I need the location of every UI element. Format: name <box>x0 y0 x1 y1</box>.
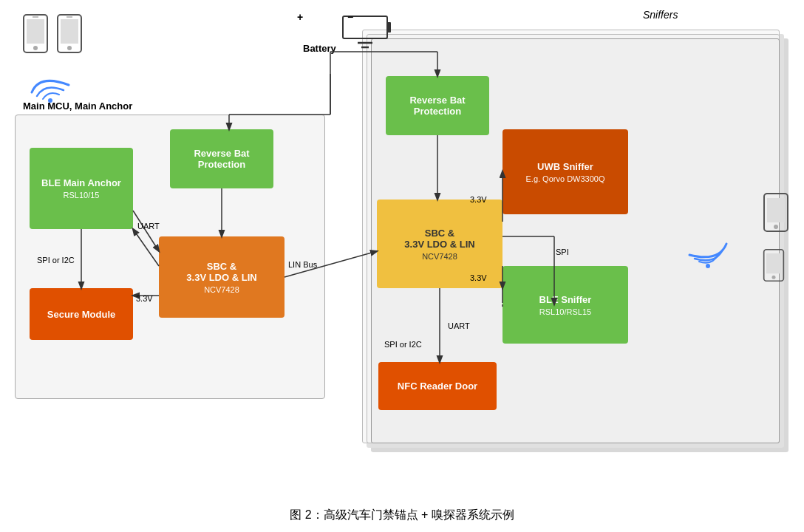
svg-rect-37 <box>766 253 781 274</box>
v33-top-label: 3.3V <box>470 195 487 204</box>
svg-rect-25 <box>27 19 44 44</box>
sbc-ldo-right-subtitle: NCV7428 <box>422 252 457 261</box>
phone-icon-1 <box>22 13 49 54</box>
uwb-sniffer-block: UWB Sniffer E.g. Qorvo DW3300Q <box>502 129 628 214</box>
caption: 图 2：高级汽车门禁锚点 + 嗅探器系统示例 <box>0 508 804 523</box>
svg-point-32 <box>48 98 52 103</box>
svg-rect-34 <box>767 198 785 222</box>
phone-icon-2 <box>56 13 83 54</box>
spi-i2c-right-label: SPI or I2C <box>384 340 422 349</box>
nfc-reader-title: NFC Reader Door <box>398 381 477 392</box>
nfc-reader-block: NFC Reader Door <box>378 362 497 410</box>
battery-plus: + <box>297 11 303 23</box>
reverse-bat-left-title: Reverse Bat Protection <box>174 148 269 170</box>
ble-main-anchor-title: BLE Main Anchor <box>41 177 121 188</box>
spi-i2c-left-label: SPI or I2C <box>37 256 75 265</box>
svg-point-35 <box>774 225 778 229</box>
battery-minus: − <box>347 11 353 23</box>
reverse-bat-left-block: Reverse Bat Protection <box>170 129 273 188</box>
svg-point-38 <box>772 276 776 279</box>
ble-sniffer-title: BLE Sniffer <box>539 294 592 305</box>
battery-label: Battery <box>303 43 336 54</box>
sbc-ldo-left-block: SBC & 3.3V LDO & LIN NCV7428 <box>159 236 285 318</box>
sbc-ldo-left-title: SBC & 3.3V LDO & LIN <box>186 261 256 283</box>
phone-group-right <box>763 192 789 283</box>
lin-bus-label: LIN Bus <box>288 260 317 269</box>
uart-right-label: UART <box>448 321 470 330</box>
sbc-ldo-left-subtitle: NCV7428 <box>204 285 239 294</box>
wifi-left <box>28 66 72 106</box>
v33-bottom-label: 3.3V <box>470 273 487 282</box>
secure-module-title: Secure Module <box>47 309 115 320</box>
ble-sniffer-subtitle: RSL10/RSL15 <box>539 307 591 316</box>
secure-module-block: Secure Module <box>30 288 133 340</box>
phone-icon-right-1 <box>763 192 789 233</box>
v33-left-label: 3.3V <box>136 294 153 303</box>
ble-sniffer-block: BLE Sniffer RSL10/RSL15 <box>502 266 628 344</box>
reverse-bat-right-title: Reverse Bat Protection <box>390 95 485 117</box>
svg-rect-1 <box>387 22 391 33</box>
svg-point-26 <box>33 46 38 50</box>
uwb-sniffer-subtitle: E.g. Qorvo DW3300Q <box>526 174 605 183</box>
sniffers-label: Sniffers <box>643 9 678 21</box>
ble-main-anchor-block: BLE Main Anchor RSL10/15 <box>30 148 133 229</box>
svg-point-30 <box>67 46 72 50</box>
battery-area: + − Battery <box>303 7 391 55</box>
uwb-sniffer-title: UWB Sniffer <box>537 161 593 172</box>
svg-rect-29 <box>61 19 78 44</box>
uart-left-label: UART <box>137 222 160 231</box>
svg-point-39 <box>706 264 710 268</box>
ble-main-anchor-subtitle: RSL10/15 <box>64 191 100 200</box>
phone-group-left <box>22 13 83 54</box>
phone-icon-right-2 <box>763 248 785 283</box>
wifi-right <box>686 229 730 284</box>
sbc-ldo-right-title: SBC & 3.3V LDO & LIN <box>404 228 474 250</box>
reverse-bat-right-block: Reverse Bat Protection <box>386 76 489 135</box>
spi-right-label: SPI <box>556 248 569 256</box>
diagram-container: Sniffers + − Battery Main MCU, Main Anch… <box>0 0 804 502</box>
